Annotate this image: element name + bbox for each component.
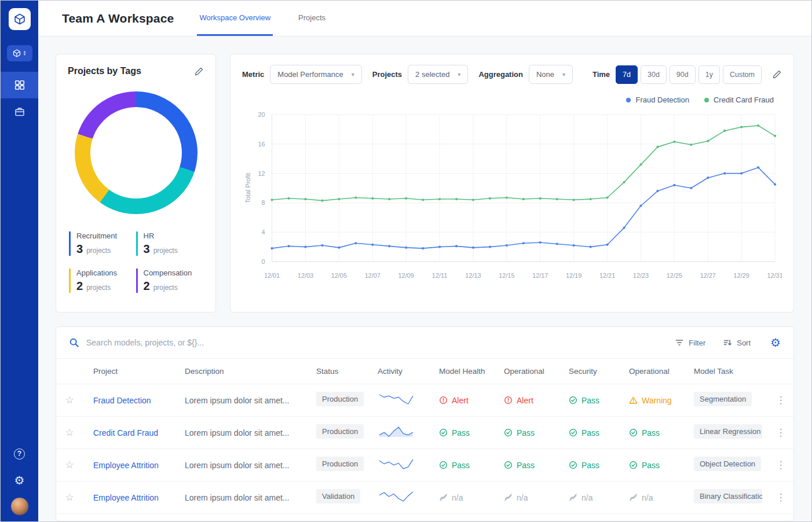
tag-unit: projects (86, 247, 111, 255)
tag-legend-item-recruitment: Recruitment3projects (69, 231, 136, 256)
svg-text:12/09: 12/09 (398, 272, 414, 279)
briefcase-icon (14, 106, 25, 117)
description-cell: Lorem ipsum dolor sit amet... (180, 396, 312, 405)
favorite-star-button[interactable]: ☆ (56, 459, 83, 471)
table-search-row: Filter Sort ⚙ (56, 327, 793, 359)
sort-label: Sort (737, 339, 751, 347)
favorite-star-button[interactable]: ☆ (56, 394, 83, 406)
time-7d-button[interactable]: 7d (616, 65, 638, 84)
sort-button[interactable]: Sort (723, 338, 751, 347)
tab-workspace-overview[interactable]: Workspace Overview (197, 1, 273, 36)
aggregation-group: Aggregation None ▾ (478, 65, 573, 84)
legend-label: Fraud Detection (635, 95, 689, 104)
sidebar-item-settings[interactable]: ⚙ (1, 467, 38, 494)
row-actions-button[interactable]: ⋮ (768, 394, 793, 406)
time-90d-button[interactable]: 90d (670, 65, 696, 84)
edit-chart-button[interactable] (772, 69, 782, 79)
legend-item-credit-card-fraud[interactable]: Credit Card Fraud (704, 95, 774, 104)
health-label: Pass (452, 428, 470, 438)
column-header-status: Status (312, 367, 373, 376)
topbar: Team A Workspace Workspace OverviewProje… (38, 1, 811, 36)
project-link[interactable]: Credit Card Fraud (93, 428, 158, 438)
tag-unit: projects (153, 284, 178, 292)
tags-card-header: Projects by Tags (68, 66, 204, 76)
project-link[interactable]: Employee Attrition (93, 493, 159, 502)
sidebar-item-projects[interactable] (1, 98, 38, 125)
project-link[interactable]: Employee Attrition (93, 461, 159, 470)
project-cell: Employee Attrition (83, 460, 180, 470)
health-cell-alert: Alert (434, 396, 499, 405)
sort-icon (723, 338, 732, 347)
chevron-down-icon: ▾ (562, 71, 565, 78)
sidebar-item-dashboard[interactable] (1, 72, 38, 98)
gear-icon: ⚙ (14, 473, 25, 487)
project-link[interactable]: Fraud Detection (93, 396, 151, 405)
time-30d-button[interactable]: 30d (641, 65, 667, 84)
workspace-switcher[interactable]: ▲▼ (7, 45, 32, 61)
health-label: Pass (642, 428, 660, 438)
user-avatar[interactable] (10, 497, 29, 516)
favorite-star-button[interactable]: ☆ (56, 491, 83, 503)
page-title: Team A Workspace (62, 12, 174, 25)
model-task-cell: Binary Classification (689, 489, 768, 506)
help-icon: ? (14, 449, 25, 459)
search-input[interactable] (86, 338, 657, 347)
header-tabs: Workspace OverviewProjects (197, 1, 328, 36)
projects-select[interactable]: 2 selected ▾ (408, 65, 468, 84)
aggregation-select[interactable]: None ▾ (529, 65, 573, 84)
grid-icon (14, 80, 25, 90)
health-label: Pass (452, 461, 470, 470)
health-label: Pass (642, 461, 660, 470)
tab-projects[interactable]: Projects (296, 1, 328, 36)
tag-unit: projects (86, 284, 111, 292)
table-settings-button[interactable]: ⚙ (770, 336, 781, 350)
favorite-star-button[interactable]: ☆ (56, 427, 83, 439)
metric-select[interactable]: Model Performance ▾ (270, 65, 361, 84)
svg-text:12/05: 12/05 (331, 272, 347, 279)
column-header-description: Description (180, 367, 312, 376)
tag-name: Applications (76, 269, 136, 277)
pass-icon (569, 396, 577, 405)
sidebar-item-help[interactable]: ? (1, 440, 38, 467)
svg-text:12/11: 12/11 (432, 272, 447, 279)
health-cell-na: n/a (434, 493, 499, 502)
table-row: ☆Employee AttritionLorem ipsum dolor sit… (56, 481, 793, 514)
status-badge: Production (316, 457, 364, 471)
svg-text:12/27: 12/27 (700, 272, 716, 279)
aggregation-label: Aggregation (478, 70, 523, 79)
health-cell-pass: Pass (624, 461, 689, 470)
app-logo[interactable] (9, 8, 31, 30)
table-row: ☆Employee AttritionLorem ipsum dolor sit… (56, 449, 793, 481)
pass-icon (504, 428, 513, 437)
status-badge: Production (316, 392, 364, 406)
time-1y-button[interactable]: 1y (698, 65, 720, 84)
search-icon (69, 337, 79, 348)
health-cell-pass: Pass (434, 461, 499, 470)
edit-tags-button[interactable] (194, 67, 204, 76)
filter-button[interactable]: Filter (675, 338, 705, 347)
legend-item-fraud-detection[interactable]: Fraud Detection (626, 95, 689, 104)
row-actions-button[interactable]: ⋮ (768, 491, 793, 503)
project-cell: Fraud Detection (83, 395, 180, 406)
tag-legend-item-applications: Applications2projects (69, 269, 136, 293)
svg-text:12/25: 12/25 (667, 272, 682, 279)
health-label: Pass (517, 461, 535, 470)
table-header: ProjectDescriptionStatusActivityModel He… (56, 359, 793, 384)
sidebar: ▲▼ ? (1, 1, 38, 521)
health-cell-pass: Pass (564, 396, 624, 405)
column-header-model-task: Model Task (689, 367, 768, 376)
health-label: n/a (581, 493, 592, 502)
svg-text:12: 12 (258, 170, 265, 177)
alert-icon (504, 396, 513, 405)
time-custom-button[interactable]: Custom (723, 65, 762, 84)
pass-icon (569, 461, 577, 469)
table-row: ☆Fraud DetectionLorem ipsum dolor sit am… (56, 384, 793, 417)
row-actions-button[interactable]: ⋮ (768, 459, 793, 471)
column-header-project: Project (83, 367, 180, 376)
activity-cell (373, 490, 434, 505)
column-header-security: Security (564, 367, 624, 376)
row-actions-button[interactable]: ⋮ (768, 427, 793, 439)
pass-icon (569, 428, 577, 437)
tags-legend: Recruitment3projectsHR3projectsApplicati… (68, 231, 204, 293)
sidebar-nav (1, 72, 38, 125)
